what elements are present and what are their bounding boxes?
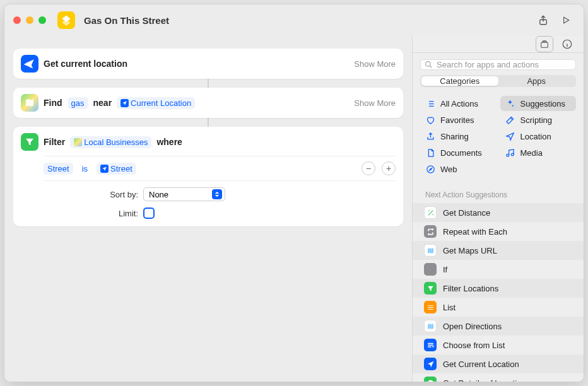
tab-apps[interactable]: Apps (498, 76, 575, 86)
titlebar: Gas On This Street (4, 4, 584, 36)
shortcuts-app-icon (57, 11, 75, 29)
category-documents[interactable]: Documents (420, 145, 497, 160)
suggestion-item[interactable]: Repeat with Each (413, 222, 584, 241)
search-placeholder: Search for apps and actions (437, 60, 539, 69)
location-glyph-icon (100, 165, 109, 173)
sparkle-icon (505, 98, 515, 108)
workflow-editor: Get current location Show More Find gas … (4, 36, 412, 382)
filter-icon (424, 282, 437, 295)
suggestion-item[interactable]: Get Current Location (413, 354, 584, 373)
suggestion-label: Repeat with Each (443, 227, 507, 237)
repeat-icon (424, 225, 437, 238)
details-icon (424, 377, 437, 382)
suggestion-item[interactable]: Open Directions (413, 317, 584, 336)
svg-point-5 (511, 153, 514, 156)
document-icon (425, 148, 435, 158)
search-term-token[interactable]: gas (68, 97, 88, 109)
run-button[interactable] (557, 12, 575, 28)
suggestion-label: Get Details of Locations (443, 378, 530, 382)
action-word-where: where (156, 137, 182, 147)
minimize-window-button[interactable] (26, 16, 33, 24)
category-media[interactable]: Media (500, 145, 577, 160)
category-suggestions[interactable]: Suggestions (500, 96, 577, 111)
action-get-current-location[interactable]: Get current location Show More (13, 49, 403, 79)
maps-glyph-icon (74, 138, 82, 146)
category-location[interactable]: Location (500, 129, 577, 144)
local-businesses-token[interactable]: Local Businesses (70, 136, 151, 148)
sort-by-label: Sort by: (44, 190, 138, 199)
library-sidebar: Search for apps and actions Categories A… (412, 36, 584, 382)
svg-point-6 (426, 165, 433, 172)
sort-by-select[interactable]: None (143, 187, 225, 201)
suggestion-label: Get Current Location (443, 360, 519, 369)
window-title: Gas On This Street (84, 15, 169, 26)
close-window-button[interactable] (13, 16, 21, 24)
filter-icon (21, 133, 38, 151)
show-more-button[interactable]: Show More (354, 59, 396, 69)
category-scripting[interactable]: Scripting (500, 112, 577, 127)
suggestion-label: Get Distance (443, 208, 490, 218)
list-icon (424, 301, 437, 313)
choose-icon (424, 339, 437, 351)
suggestion-label: Filter Locations (443, 284, 498, 293)
location-icon (424, 358, 437, 370)
music-icon (505, 148, 515, 158)
limit-checkbox[interactable] (143, 208, 155, 219)
suggestion-item[interactable]: Get Distance (413, 203, 584, 222)
suggestion-label: Choose from List (443, 341, 505, 350)
suggestion-item[interactable]: Get Details of Locations (413, 373, 584, 382)
share-button[interactable] (534, 12, 552, 28)
filter-condition-row: Street is Street − + (44, 156, 396, 181)
maps-icon (424, 244, 437, 257)
condition-field[interactable]: Street (44, 163, 73, 175)
library-toggle-button[interactable] (536, 36, 553, 52)
current-location-token[interactable]: Current Location (117, 97, 195, 109)
library-tabs: Categories Apps (420, 75, 576, 87)
suggestion-item[interactable]: Filter Locations (413, 279, 584, 298)
location-icon (21, 55, 38, 73)
action-find-places[interactable]: Find gas near Current Location Show More (13, 88, 403, 118)
list-icon (425, 98, 435, 108)
suggestion-item[interactable]: If (413, 260, 584, 279)
location-glyph-icon (121, 99, 129, 107)
condition-operator[interactable]: is (78, 163, 91, 175)
suggestion-label: Get Maps URL (443, 246, 497, 255)
action-word-filter: Filter (44, 137, 65, 147)
limit-label: Limit: (44, 209, 138, 218)
svg-point-4 (507, 154, 509, 156)
suggestion-label: Open Directions (443, 322, 502, 331)
select-arrows-icon (212, 189, 222, 199)
window-controls (13, 16, 46, 24)
maps-icon (21, 94, 38, 112)
maps-icon (424, 320, 437, 332)
category-sharing[interactable]: Sharing (420, 129, 497, 144)
zoom-window-button[interactable] (38, 16, 46, 24)
category-favorites[interactable]: Favorites (420, 112, 497, 127)
svg-rect-1 (541, 42, 548, 47)
suggestion-item[interactable]: Get Maps URL (413, 241, 584, 260)
connector (208, 118, 209, 127)
if-icon (424, 263, 437, 276)
category-web[interactable]: Web (420, 161, 497, 177)
suggestions-header: Next Action Suggestions (413, 185, 584, 203)
distance-icon (424, 206, 437, 219)
category-grid: All Actions Suggestions Favorites Script… (413, 93, 584, 183)
suggestion-item[interactable]: Choose from List (413, 336, 584, 354)
show-more-button[interactable]: Show More (354, 98, 396, 108)
action-word-near: near (93, 98, 112, 108)
action-filter[interactable]: Filter Local Businesses where Street is … (13, 127, 403, 226)
wand-icon (505, 115, 515, 125)
svg-point-3 (426, 62, 431, 67)
navigate-icon (505, 131, 515, 141)
search-input[interactable]: Search for apps and actions (420, 59, 576, 70)
condition-value-token[interactable]: Street (97, 163, 136, 175)
tab-categories[interactable]: Categories (421, 76, 498, 86)
suggestion-item[interactable]: List (413, 298, 584, 317)
add-condition-button[interactable]: + (382, 161, 396, 175)
suggestions-list: Get DistanceRepeat with EachGet Maps URL… (413, 203, 584, 382)
app-window: Gas On This Street Get current location … (4, 4, 584, 382)
info-button[interactable] (558, 36, 576, 52)
sort-by-value: None (149, 190, 168, 199)
category-all-actions[interactable]: All Actions (420, 96, 497, 111)
remove-condition-button[interactable]: − (362, 161, 375, 175)
